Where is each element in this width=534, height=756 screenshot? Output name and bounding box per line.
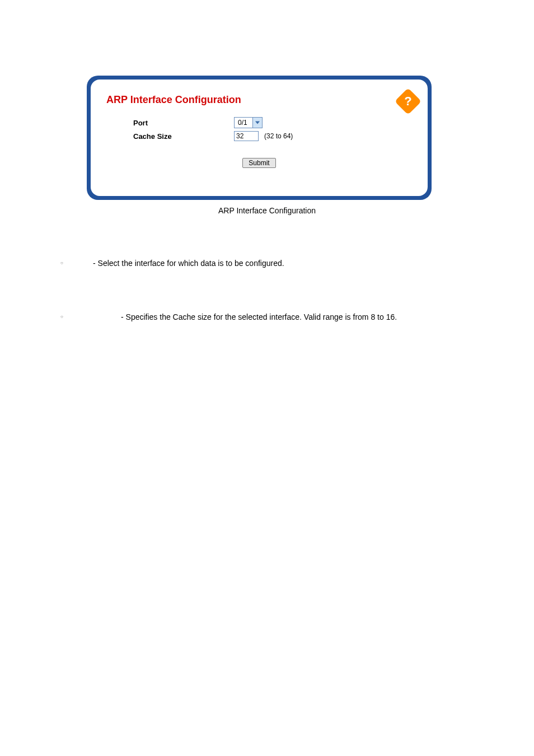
panel-title: ARP Interface Configuration [106,94,412,106]
bullet-text: - Specifies the Cache size for the selec… [121,311,475,323]
submit-button[interactable]: Submit [242,158,275,168]
cache-size-hint: (32 to 64) [264,132,293,140]
question-mark-icon: ? [399,92,418,111]
chevron-down-icon [252,118,262,128]
row-cache-size: Cache Size (32 to 64) [133,129,412,143]
bullet-marker-icon: ○ [60,311,121,323]
bullet-text: - Select the interface for which data is… [93,258,475,269]
label-port: Port [133,119,234,127]
port-select[interactable]: 0/1 [234,117,263,128]
label-cache-size: Cache Size [133,132,234,141]
bullet-item: ○ - Select the interface for which data … [60,258,475,269]
port-select-value: 0/1 [235,119,252,127]
config-panel: ARP Interface Configuration ? Port 0/1 [91,80,428,196]
bullet-marker-icon: ○ [60,258,93,269]
help-button[interactable]: ? [399,92,418,111]
config-panel-frame: ARP Interface Configuration ? Port 0/1 [87,76,432,200]
bullet-item: ○ - Specifies the Cache size for the sel… [60,311,475,323]
figure-caption: ARP Interface Configuration [0,206,534,215]
cache-size-input[interactable] [234,131,259,141]
row-port: Port 0/1 [133,116,412,129]
form: Port 0/1 Cache Size (32 to [133,116,412,143]
